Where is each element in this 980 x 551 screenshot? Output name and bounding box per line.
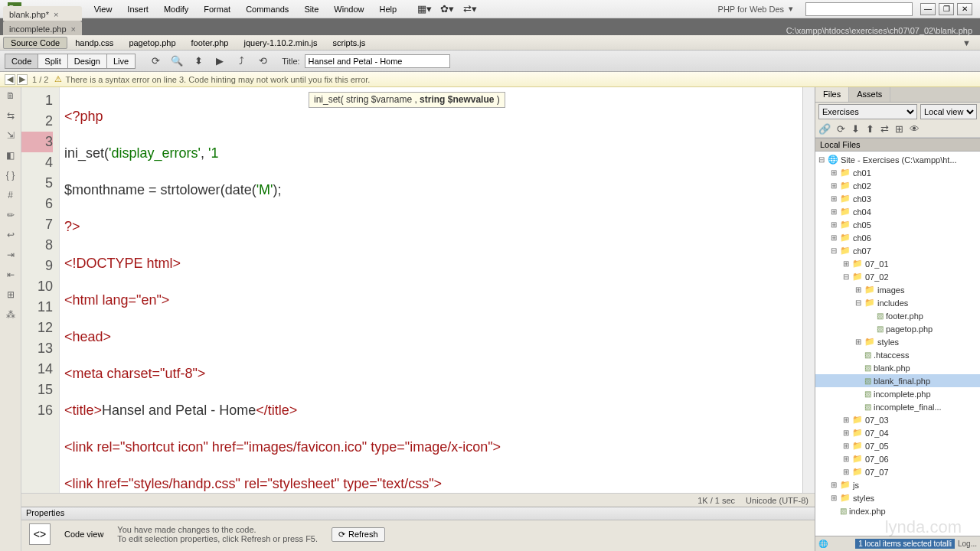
menu-insert[interactable]: Insert (119, 2, 156, 16)
code-editor[interactable]: 12345678910111213141516 <?php ini_set('d… (21, 87, 815, 493)
tree-site[interactable]: ⊟🌐Site - Exercises (C:\xampp\ht... (815, 153, 980, 166)
related-footerphp[interactable]: footer.php (184, 37, 237, 49)
next-error-button[interactable]: ▶ (17, 74, 28, 85)
filter-icon[interactable]: ▼ (956, 38, 977, 47)
view-design-button[interactable]: Design (67, 54, 107, 69)
expand-icon[interactable]: ⊞ (829, 207, 838, 216)
title-input[interactable] (305, 54, 450, 68)
tree-folder[interactable]: ⊞📁images (815, 283, 980, 296)
chevron-down-icon[interactable]: ▾ (789, 4, 793, 14)
refresh-button[interactable]: ⟳Refresh (332, 527, 385, 542)
expand-icon[interactable]: ⇲ (7, 130, 15, 141)
live-view-icon[interactable]: ⟳ (147, 54, 164, 69)
highlight-icon[interactable]: ✏ (7, 210, 15, 220)
workspace-selector[interactable]: PHP for Web Des (718, 5, 784, 14)
tab-blankphp[interactable]: blank.php*× (3, 6, 82, 21)
tree-file[interactable]: ▧footer.php (815, 309, 980, 322)
tree-folder[interactable]: ⊞📁ch06 (815, 231, 980, 244)
tab-incompletephp[interactable]: incomplete.php× (3, 21, 82, 35)
expand-icon[interactable]: ⊞ (829, 168, 838, 177)
collapse-icon[interactable]: ⇆ (7, 110, 15, 121)
connect-icon[interactable]: 🔗 (818, 123, 831, 135)
view-code-button[interactable]: Code (5, 54, 38, 69)
wrap-icon[interactable]: ↩ (7, 230, 15, 240)
expand-icon[interactable]: ⊞ (829, 194, 838, 203)
indent-icon[interactable]: ⇥ (7, 249, 15, 260)
expand-icon[interactable]: ⊞ (829, 494, 838, 502)
maximize-button[interactable]: ❐ (939, 3, 954, 15)
inspect-icon[interactable]: 🔍 (168, 54, 185, 69)
tree-folder[interactable]: ⊞📁styles (815, 335, 980, 348)
view-select[interactable]: Local view (920, 104, 977, 119)
related-pagetopphp[interactable]: pagetop.php (121, 37, 183, 49)
menu-commands[interactable]: Commands (238, 2, 296, 16)
related-SourceCode[interactable]: Source Code (3, 37, 67, 49)
gear-icon[interactable]: ✿▾ (441, 3, 453, 15)
sync-icon[interactable]: ⇄▾ (464, 3, 476, 15)
expand-icon[interactable]: ⊞ (829, 220, 838, 229)
panel-tab-files[interactable]: Files (815, 87, 849, 102)
view-live-button[interactable]: Live (106, 54, 136, 69)
menu-view[interactable]: View (87, 2, 120, 16)
open-docs-icon[interactable]: 🗎 (6, 90, 15, 101)
code-content[interactable]: <?php ini_set('display_errors', '1 $mont… (60, 87, 802, 493)
outdent-icon[interactable]: ⇤ (7, 269, 15, 280)
expand-icon[interactable]: ⊞ (829, 233, 838, 242)
tree-folder[interactable]: ⊞📁ch03 (815, 192, 980, 205)
expand-icon[interactable]: ⊞ (854, 337, 862, 346)
scrollbar-vertical[interactable] (802, 87, 815, 493)
menu-help[interactable]: Help (371, 2, 404, 16)
tree-folder[interactable]: ⊞📁07_06 (815, 452, 980, 465)
expand-icon[interactable]: ⊟ (817, 155, 825, 164)
globe-icon[interactable]: 🌐 (818, 540, 828, 548)
related-handpcss[interactable]: handp.css (67, 37, 121, 49)
search-input[interactable] (805, 2, 913, 16)
format-icon[interactable]: ⊞ (7, 289, 15, 300)
tree-folder[interactable]: ⊞📁ch04 (815, 205, 980, 218)
expand-icon[interactable]: ⊞ (841, 416, 850, 424)
tree-file[interactable]: ▧incomplete.php (815, 387, 980, 400)
tree-file[interactable]: ▧blank_final.php (815, 374, 980, 387)
expand-icon[interactable]: ⊞ (841, 455, 850, 463)
tree-folder[interactable]: ⊞📁ch01 (815, 166, 980, 179)
comment-icon[interactable]: ⁂ (6, 309, 15, 320)
menu-site[interactable]: Site (296, 2, 326, 16)
tree-file[interactable]: ▧pagetop.php (815, 322, 980, 335)
menu-format[interactable]: Format (196, 2, 238, 16)
prev-error-button[interactable]: ◀ (5, 74, 15, 85)
layout-icon[interactable]: ▦▾ (418, 3, 430, 15)
close-button[interactable]: ✕ (957, 3, 972, 15)
expand-icon[interactable]: ⊞ (829, 481, 838, 489)
tree-folder[interactable]: ⊟📁07_02 (815, 270, 980, 283)
related-jquery1102minjs[interactable]: jquery-1.10.2.min.js (236, 37, 325, 49)
sync-tree-icon[interactable]: ⇄ (880, 123, 889, 135)
tree-file[interactable]: ▧incomplete_final... (815, 400, 980, 413)
get-icon[interactable]: ⬇ (851, 123, 860, 135)
tree-folder[interactable]: ⊞📁ch02 (815, 179, 980, 192)
expand-icon[interactable]: ⊞ (854, 285, 862, 294)
tree-folder[interactable]: ⊞📁07_03 (815, 413, 980, 426)
select-parent-icon[interactable]: ◧ (6, 150, 15, 161)
log-button[interactable]: Log... (958, 540, 977, 548)
tree-folder[interactable]: ⊞📁07_05 (815, 439, 980, 452)
tree-file[interactable]: ▧index.php (815, 504, 980, 517)
expand-icon[interactable]: ⊞ (841, 259, 850, 268)
minimize-button[interactable]: — (920, 3, 936, 15)
related-scriptsjs[interactable]: scripts.js (325, 37, 373, 49)
expand-icon[interactable]: ⊞ (841, 429, 850, 437)
tree-file[interactable]: ▧blank.php (815, 361, 980, 374)
expand-icon[interactable]: ⊞ (841, 442, 850, 450)
expand-tree-icon[interactable]: ⊞ (895, 123, 903, 135)
put-icon[interactable]: ⬆ (866, 123, 874, 135)
file-tree[interactable]: ⊟🌐Site - Exercises (C:\xampp\ht...⊞📁ch01… (815, 152, 980, 536)
expand-icon[interactable]: ⊟ (841, 272, 850, 281)
tree-folder[interactable]: ⊞📁07_07 (815, 465, 980, 478)
refresh-tree-icon[interactable]: ⟳ (837, 123, 845, 135)
tree-folder[interactable]: ⊞📁styles (815, 491, 980, 504)
close-tab-icon[interactable]: × (71, 24, 76, 34)
expand-icon[interactable]: ⊟ (854, 298, 862, 307)
expand-icon[interactable]: ⊟ (829, 246, 838, 255)
expand-icon[interactable]: ⊞ (841, 468, 850, 476)
balance-icon[interactable]: { } (6, 170, 15, 181)
tree-folder[interactable]: ⊞📁js (815, 478, 980, 491)
